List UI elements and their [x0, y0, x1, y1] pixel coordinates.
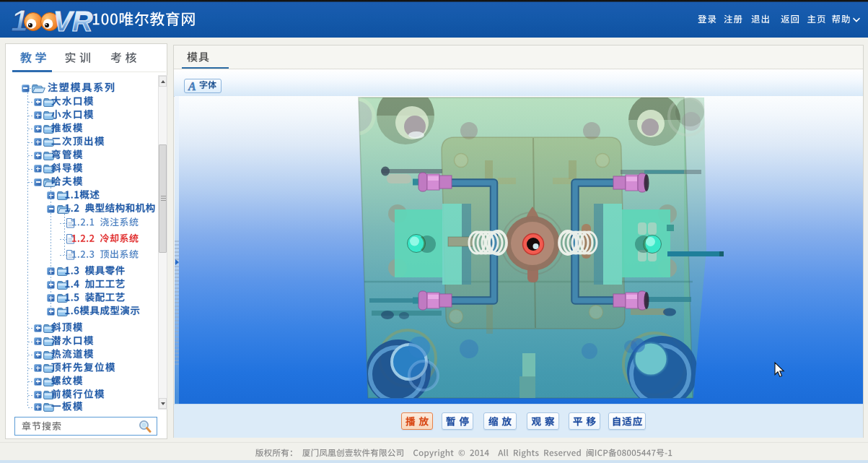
svg-text:VR: VR [53, 6, 92, 36]
svg-text:A: A [188, 80, 196, 92]
